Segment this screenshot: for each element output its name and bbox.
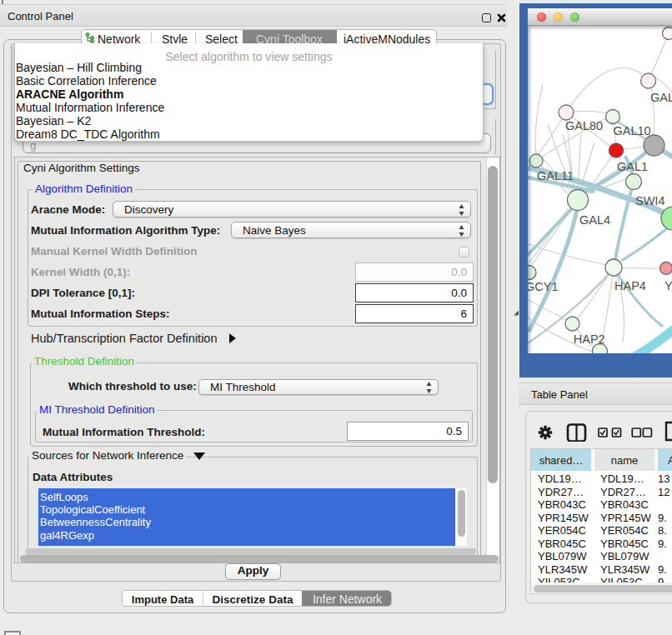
svg-text:GAL80: GAL80 — [565, 119, 603, 132]
svg-text:GAL4: GAL4 — [579, 213, 610, 227]
svg-text:HAP4: HAP4 — [614, 279, 646, 292]
svg-text:HAP2: HAP2 — [574, 332, 605, 346]
svg-text:GAL11: GAL11 — [537, 169, 574, 182]
svg-text:GAL1: GAL1 — [617, 160, 648, 173]
svg-text:YE: YE — [664, 279, 672, 292]
svg-text:GAL10: GAL10 — [614, 124, 651, 138]
svg-text:SWI4: SWI4 — [635, 194, 664, 208]
svg-text:GAL2: GAL2 — [650, 91, 672, 104]
svg-text:GCY1: GCY1 — [528, 280, 559, 293]
